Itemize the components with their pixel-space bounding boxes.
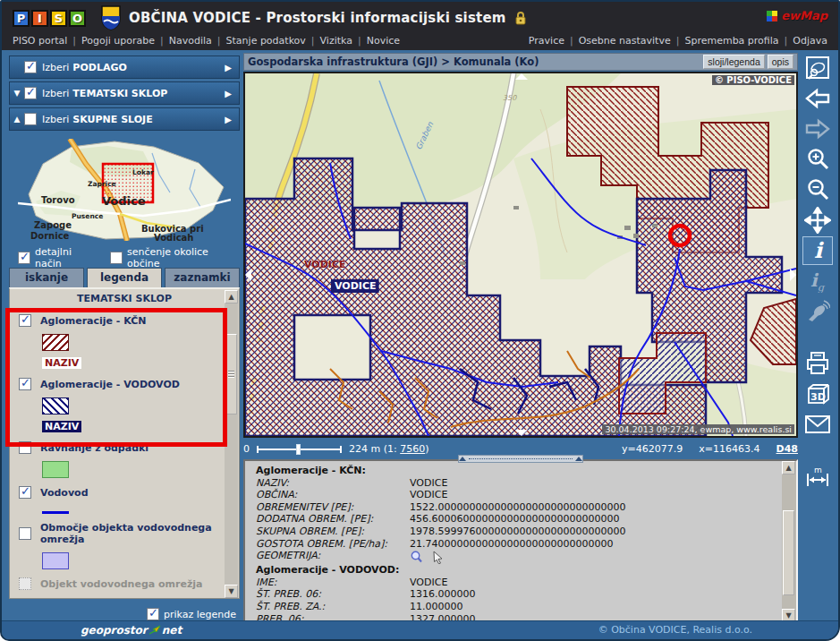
menu-right: Pravice|Osebne nastavitve|Sprememba prof… [527, 35, 829, 50]
sidebar: IzberiPODLAGO▶▼IzberiTEMATSKI SKLOP▶▲Izb… [9, 53, 240, 622]
scroll-up-icon[interactable]: ▲ [225, 290, 238, 303]
legend-item-checkbox[interactable] [19, 314, 31, 327]
menu-item-piso-portal[interactable]: PISO portal [11, 35, 69, 50]
map-place-label: VODICE [335, 280, 376, 292]
legend-item-checkbox[interactable] [19, 577, 31, 590]
menu-item-stanje-podatkov[interactable]: Stanje podatkov [225, 35, 308, 50]
forward-arrow-icon [804, 117, 831, 141]
legend-panel: TEMATSKI SKLOP Aglomeracije - KČNNAZIVAg… [9, 287, 240, 599]
show-legend-checkbox[interactable] [147, 608, 159, 620]
zoom-in-icon [805, 147, 830, 172]
svg-text:3D: 3D [810, 391, 826, 403]
menu-item-vizitka[interactable]: Vizitka [318, 35, 354, 50]
chevron-right-icon[interactable]: ▶ [225, 89, 232, 98]
info-gurs-button[interactable]: ig [802, 267, 833, 295]
scroll-thumb[interactable] [783, 510, 794, 595]
scale-slider-thumb[interactable] [296, 444, 301, 455]
accordion-skupne-sloje[interactable]: ▲IzberiSKUPNE SLOJE▶ [9, 107, 240, 131]
legend-swatch-purple-fill [42, 552, 69, 569]
app-title: OBČINA VODICE - Prostorski informacijski… [129, 10, 506, 26]
scale-zero-label: 0 [243, 443, 250, 455]
menu-item-navodila[interactable]: Navodila [167, 35, 214, 50]
info-field-value: VODICE [410, 477, 447, 490]
menu-separator: | [566, 35, 577, 50]
view-3d-button[interactable]: 3D [802, 380, 833, 408]
legend-swatch-blue-line [42, 511, 69, 514]
geometry-actions [410, 550, 444, 564]
scale-slider[interactable] [257, 443, 342, 455]
chevron-right-icon[interactable]: ▶ [225, 63, 232, 73]
forward-button[interactable] [802, 115, 833, 143]
collapse-left-icon[interactable] [245, 269, 251, 281]
chevron-right-icon[interactable]: ▶ [225, 115, 232, 124]
legend-item-checkbox[interactable] [19, 441, 31, 454]
gps-button[interactable] [802, 297, 833, 326]
map-canvas[interactable]: VODICEVODICEGraben350 [245, 73, 796, 436]
datum-link[interactable]: D48 [776, 443, 798, 455]
piso-logo[interactable]: PISO [13, 10, 86, 27]
feature-info-content: Aglomeracije - KČN: NAZIV:VODICE OBČINA:… [245, 461, 796, 624]
map-viewport[interactable]: VODICEVODICEGraben350 © PISO-VODICE 30.0… [243, 72, 798, 438]
full-extent-button[interactable] [802, 54, 833, 82]
back-button[interactable] [802, 84, 833, 113]
collapse-down-icon[interactable] [515, 430, 528, 436]
legend-item-checkbox[interactable] [19, 527, 31, 540]
collapse-up-icon[interactable] [515, 73, 528, 80]
pan-button[interactable] [802, 206, 833, 235]
legend-item-checkbox[interactable] [19, 378, 31, 390]
legend-item-label: Objekt vodovodnega omrežja [40, 578, 203, 590]
menu-item-osebne-nastavitve[interactable]: Osebne nastavitve [577, 35, 673, 50]
accordion-checkbox[interactable] [24, 61, 37, 73]
accordion-checkbox[interactable] [24, 113, 37, 125]
menu-item-novice[interactable]: Novice [365, 35, 402, 50]
accordion-checkbox[interactable] [24, 87, 37, 99]
piso-application-window: PISO OBČINA VODICE - Prostorski informac… [0, 0, 840, 641]
legend-item: Aglomeracije - VODOVOD [19, 378, 217, 390]
scroll-up-icon[interactable]: ▲ [782, 461, 795, 474]
select-geometry-icon[interactable] [432, 551, 444, 564]
tab-zaznamki[interactable]: zaznamki [165, 268, 240, 287]
zoom-to-geometry-icon[interactable] [410, 551, 423, 564]
legend-value-tag: NAZIV [42, 357, 81, 369]
scroll-thumb[interactable] [225, 334, 237, 415]
accordion-expand-icon[interactable]: ▲ [10, 115, 24, 124]
option-checkbox[interactable] [18, 252, 30, 264]
zoom-in-button[interactable] [802, 145, 833, 174]
menu-item-pogoji-uporabe[interactable]: Pogoji uporabe [80, 35, 157, 50]
info-field-label: OBREMENITEV [PE]: [256, 501, 410, 514]
overview-minimap[interactable]: LokarZapriceVodiceTorovoPusenceZapogeDor… [18, 139, 231, 241]
info-field-value: 11.000000 [410, 601, 463, 613]
info-field-value: 1978.599976000000000000000000000000 [410, 526, 625, 538]
description-button[interactable]: opis [768, 55, 793, 69]
info-section-title: Aglomeracije - KČN: [256, 465, 796, 477]
accordion-podlago[interactable]: IzberiPODLAGO▶ [9, 56, 240, 79]
menu-item-odjava[interactable]: Odjava [791, 35, 829, 50]
menu-item-pravice[interactable]: Pravice [527, 35, 566, 50]
tab-iskanje[interactable]: iskanje [9, 268, 84, 287]
info-button[interactable]: i [802, 236, 833, 265]
collapse-right-icon[interactable] [790, 269, 796, 281]
menu-item-sprememba-profila[interactable]: Sprememba profila [683, 35, 780, 50]
measure-button[interactable]: m [802, 462, 833, 491]
accordion-tematski-sklop[interactable]: ▼IzberiTEMATSKI SKLOP▶ [9, 81, 240, 105]
layers-legend-button[interactable]: sloji/legenda [703, 55, 764, 69]
menu-separator: | [781, 35, 792, 50]
legend-swatch-red-hatch [42, 334, 69, 351]
svg-text:i: i [814, 239, 824, 262]
zoom-out-button[interactable] [802, 175, 833, 204]
tab-legenda[interactable]: legenda [87, 268, 162, 287]
panel-resize-handle[interactable] [458, 455, 583, 463]
menu-separator: | [69, 35, 80, 50]
scale-link[interactable]: 7560 [400, 443, 425, 455]
geoprostor-logo[interactable]: geoprostor net [81, 624, 182, 637]
map-area: Gospodarska infrastruktura (GJI) > Komun… [243, 53, 798, 438]
legend-item-checkbox[interactable] [19, 486, 31, 499]
accordion-expand-icon[interactable]: ▼ [10, 89, 24, 98]
option-checkbox[interactable] [110, 252, 123, 264]
legend-item: Aglomeracije - KČN [19, 314, 217, 327]
info-scrollbar[interactable]: ▲ ▼ [782, 461, 796, 622]
legend-scrollbar[interactable]: ▲ ▼ [225, 290, 238, 598]
print-button[interactable] [802, 349, 833, 378]
mail-button[interactable] [802, 410, 833, 439]
scroll-down-icon[interactable]: ▼ [225, 585, 238, 598]
